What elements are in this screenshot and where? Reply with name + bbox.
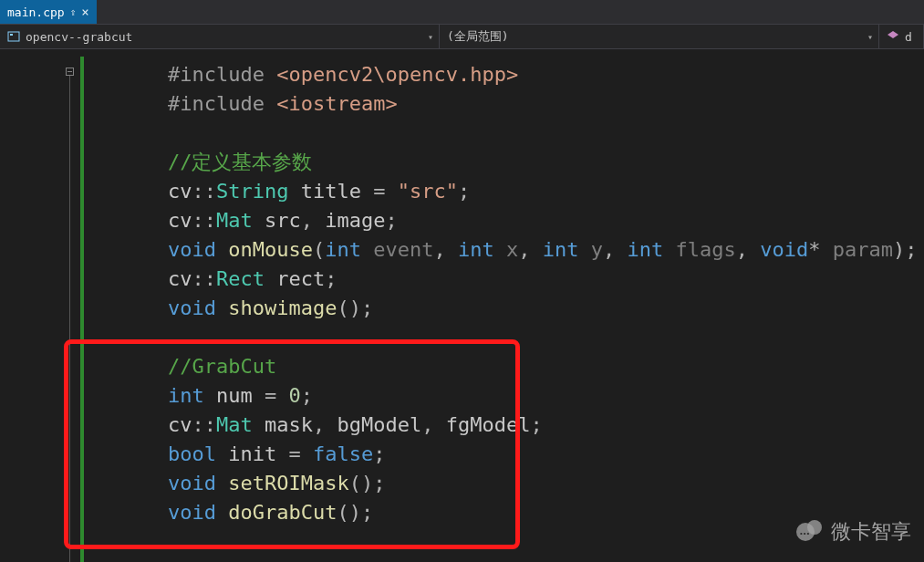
tok: * xyxy=(808,238,820,261)
tok: ( xyxy=(313,238,325,261)
tok: , xyxy=(313,413,325,436)
scope-dropdown[interactable]: (全局范围) ▾ xyxy=(440,25,879,48)
tok: y xyxy=(591,238,603,261)
tok: Mat xyxy=(216,413,253,436)
svg-rect-0 xyxy=(8,32,19,41)
scope-label: (全局范围) xyxy=(447,28,509,45)
tok: , xyxy=(421,413,433,436)
tok: , xyxy=(518,238,530,261)
tok: fgModel xyxy=(446,413,531,436)
tok: 0 xyxy=(289,384,301,407)
tok: <opencv2\opencv.hpp> xyxy=(276,63,518,86)
watermark: ••• 微卡智享 xyxy=(796,518,911,546)
tok: :: xyxy=(192,267,217,290)
tok: void xyxy=(168,297,216,319)
chevron-down-icon: ▾ xyxy=(428,32,433,42)
tok: ; xyxy=(458,180,470,203)
tok: cv xyxy=(168,267,192,290)
tok: init xyxy=(228,442,276,465)
tok: cv xyxy=(168,180,192,203)
tok: void xyxy=(168,238,216,261)
pin-icon[interactable]: ⇪ xyxy=(70,6,77,18)
tab-bar: main.cpp ⇪ × xyxy=(0,0,924,24)
tok: void xyxy=(168,501,216,524)
tok: #include xyxy=(168,92,265,115)
tok: bool xyxy=(168,442,216,465)
tok: bgModel xyxy=(337,413,421,436)
tok: ; xyxy=(373,442,385,465)
file-tab-main[interactable]: main.cpp ⇪ × xyxy=(0,0,97,24)
member-icon xyxy=(887,30,899,43)
tok: ; xyxy=(361,297,373,319)
tok: , xyxy=(433,238,445,261)
tok: x xyxy=(506,238,518,261)
tok: ) xyxy=(361,472,373,494)
tok: ; xyxy=(361,501,373,524)
svg-rect-1 xyxy=(10,34,13,36)
tok: ; xyxy=(301,384,313,407)
tok: ) xyxy=(349,297,361,319)
tok: event xyxy=(373,238,433,261)
fold-toggle-icon[interactable] xyxy=(66,68,74,76)
tok: cv xyxy=(168,209,192,232)
tok: param xyxy=(833,238,893,261)
tok: ) xyxy=(893,238,905,261)
tok: #include xyxy=(168,63,265,86)
tok: <iostream> xyxy=(276,92,397,115)
tok: :: xyxy=(192,209,217,232)
tok: cv xyxy=(168,413,192,436)
tok: :: xyxy=(192,413,217,436)
svg-marker-2 xyxy=(888,31,898,38)
tok: flags xyxy=(675,238,735,261)
tok: , xyxy=(736,238,748,261)
wechat-icon: ••• xyxy=(796,520,824,544)
change-marker xyxy=(80,57,84,562)
navigation-bar: opencv--grabcut ▾ (全局范围) ▾ d xyxy=(0,24,924,49)
chevron-down-icon: ▾ xyxy=(867,32,873,42)
code-editor[interactable]: #include <opencv2\opencv.hpp> #include <… xyxy=(0,49,924,562)
tok: //定义基本参数 xyxy=(168,151,313,173)
code-content[interactable]: #include <opencv2\opencv.hpp> #include <… xyxy=(77,49,917,562)
member-label: d xyxy=(905,30,912,44)
tok: int xyxy=(627,238,663,261)
tok: ; xyxy=(325,267,337,290)
tok: rect xyxy=(276,267,325,290)
project-icon xyxy=(7,30,20,43)
tok: ; xyxy=(373,472,385,494)
project-name: opencv--grabcut xyxy=(26,30,132,44)
tok: image xyxy=(325,209,385,232)
tok: src xyxy=(265,209,301,232)
tok: , xyxy=(301,209,313,232)
editor-gutter xyxy=(0,49,77,562)
tok: mask xyxy=(265,413,313,436)
tok: doGrabCut xyxy=(228,501,337,524)
tab-filename: main.cpp xyxy=(7,5,65,19)
tok: = xyxy=(265,384,276,407)
tok: ; xyxy=(530,413,542,436)
tok: int xyxy=(543,238,579,261)
tok: setROIMask xyxy=(228,472,348,494)
tok: = xyxy=(288,442,300,465)
close-icon[interactable]: × xyxy=(81,5,88,19)
tok: "src" xyxy=(398,180,458,203)
tok: Rect xyxy=(216,267,265,290)
tok: num xyxy=(216,384,253,407)
watermark-text: 微卡智享 xyxy=(831,518,911,546)
tok: int xyxy=(458,238,494,261)
tok: onMouse xyxy=(228,238,313,261)
tok: ; xyxy=(385,209,397,232)
project-scope-dropdown[interactable]: opencv--grabcut ▾ xyxy=(0,25,440,48)
tok: = xyxy=(373,180,385,203)
tok: , xyxy=(603,238,615,261)
tok: int xyxy=(168,384,204,407)
tok: Mat xyxy=(216,209,253,232)
fold-guide xyxy=(69,76,70,562)
tok: ) xyxy=(349,501,361,524)
tok: :: xyxy=(192,180,217,203)
tok: void xyxy=(168,472,216,494)
tok: title xyxy=(301,180,361,203)
tok: int xyxy=(325,238,361,261)
tok: ; xyxy=(905,238,917,261)
tok: false xyxy=(313,442,373,465)
member-dropdown[interactable]: d xyxy=(879,25,924,48)
